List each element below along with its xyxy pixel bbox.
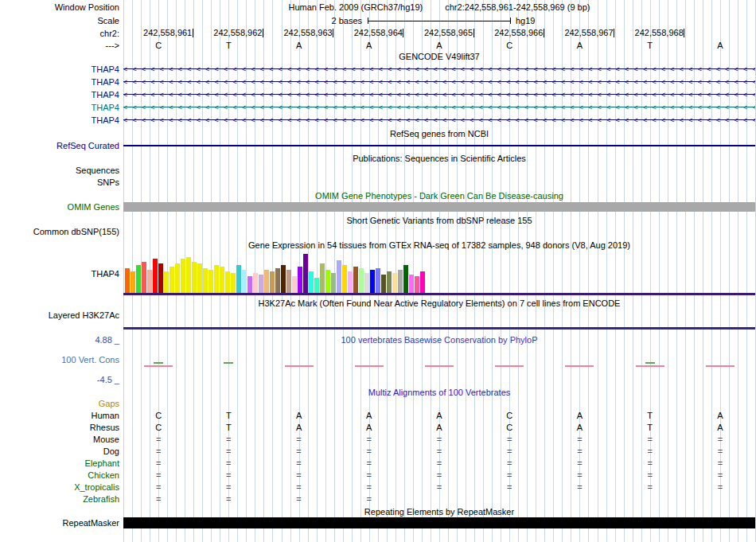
- vert-cons-label[interactable]: 100 Vert. Cons: [2, 354, 119, 365]
- gtex-tissue-bar[interactable]: [170, 267, 174, 294]
- gene-label[interactable]: THAP4: [2, 64, 119, 75]
- repeatmasker-element-bar[interactable]: [123, 517, 755, 528]
- gtex-tissue-bar[interactable]: [253, 273, 258, 294]
- gtex-expression-bars[interactable]: [123, 252, 755, 294]
- species-label[interactable]: X_tropicalis: [2, 482, 119, 493]
- layered-h3k27ac-label[interactable]: Layered H3K27Ac: [2, 310, 119, 321]
- alignment-row[interactable]: =========: [123, 482, 755, 493]
- species-label[interactable]: Elephant: [2, 458, 119, 469]
- repeatmasker-title[interactable]: Repeating Elements by RepeatMasker: [123, 506, 755, 517]
- gtex-tissue-bar[interactable]: [387, 271, 392, 294]
- gene-label[interactable]: THAP4: [2, 76, 119, 88]
- gtex-tissue-bar[interactable]: [342, 265, 347, 294]
- gtex-tissue-bar[interactable]: [415, 276, 419, 294]
- gtex-tissue-bar[interactable]: [231, 273, 236, 294]
- species-label[interactable]: Chicken: [2, 470, 119, 481]
- multiz-title[interactable]: Multiz Alignments of 100 Vertebrates: [123, 387, 755, 398]
- gtex-tissue-bar[interactable]: [292, 276, 297, 294]
- sequences-label[interactable]: Sequences: [2, 165, 119, 176]
- gene-model-row[interactable]: <<<<<<<<<<<<<<<<<<<<<<<<<<<<<<<<<<<<<<<<…: [123, 103, 755, 111]
- alignment-row[interactable]: ====: [123, 493, 755, 505]
- omim-title[interactable]: OMIM Gene Phenotypes - Dark Green Can Be…: [123, 190, 755, 201]
- gene-label[interactable]: THAP4: [2, 89, 119, 100]
- species-label[interactable]: Rhesus: [2, 422, 119, 433]
- gtex-tissue-bar[interactable]: [186, 257, 191, 294]
- gtex-tissue-bar[interactable]: [298, 267, 302, 294]
- alignment-row[interactable]: =========: [123, 434, 755, 445]
- gtex-tissue-bar[interactable]: [348, 271, 353, 294]
- gtex-tissue-bar[interactable]: [314, 278, 319, 294]
- gtex-tissue-bar[interactable]: [359, 268, 364, 294]
- gtex-tissue-bar[interactable]: [203, 268, 208, 294]
- gtex-tissue-bar[interactable]: [220, 267, 224, 294]
- refseq-curated-gene-bar[interactable]: [123, 145, 755, 146]
- gtex-tissue-bar[interactable]: [181, 259, 185, 294]
- gtex-tissue-bar[interactable]: [376, 268, 380, 294]
- h3k27ac-title[interactable]: H3K27Ac Mark (Often Found Near Active Re…: [123, 298, 755, 309]
- h3k27ac-signal-bar[interactable]: [123, 327, 755, 329]
- gene-model-row[interactable]: <<<<<<<<<<<<<<<<<<<<<<<<<<<<<<<<<<<<<<<<…: [123, 65, 755, 73]
- gtex-tissue-bar[interactable]: [370, 270, 375, 294]
- species-label[interactable]: Zebrafish: [2, 493, 119, 505]
- species-label[interactable]: Gaps: [2, 398, 119, 409]
- gtex-tissue-bar[interactable]: [286, 270, 291, 294]
- track-area[interactable]: Human Feb. 2009 (GRCh37/hg19) chr2:242,5…: [123, 0, 756, 542]
- dbsnp-title[interactable]: Short Genetic Variants from dbSNP releas…: [123, 215, 755, 226]
- gtex-tissue-bar[interactable]: [381, 275, 386, 294]
- alignment-row[interactable]: =========: [123, 458, 755, 469]
- species-label[interactable]: Human: [2, 410, 119, 421]
- refseq-title[interactable]: RefSeq genes from NCBI: [123, 128, 755, 139]
- gtex-tissue-bar[interactable]: [353, 267, 358, 294]
- gtex-tissue-bar[interactable]: [247, 276, 252, 294]
- gtex-tissue-bar[interactable]: [264, 270, 269, 294]
- gtex-tissue-bar[interactable]: [409, 275, 414, 294]
- gtex-tissue-bar[interactable]: [337, 260, 341, 294]
- gtex-tissue-bar[interactable]: [398, 270, 403, 294]
- gene-label[interactable]: THAP4: [2, 115, 119, 126]
- gtex-tissue-bar[interactable]: [392, 273, 397, 294]
- gene-model-row[interactable]: <<<<<<<<<<<<<<<<<<<<<<<<<<<<<<<<<<<<<<<<…: [123, 116, 755, 124]
- phylop-conservation-marks[interactable]: [123, 358, 755, 371]
- gtex-title[interactable]: Gene Expression in 54 tissues from GTEx …: [123, 240, 755, 251]
- snps-label[interactable]: SNPs: [2, 177, 119, 188]
- alignment-row[interactable]: =========: [123, 470, 755, 481]
- gtex-tissue-bar[interactable]: [325, 270, 330, 294]
- gtex-tissue-bar[interactable]: [142, 262, 146, 294]
- gtex-tissue-bar[interactable]: [197, 263, 202, 294]
- gtex-gene-label[interactable]: THAP4: [2, 268, 119, 279]
- gtex-tissue-bar[interactable]: [147, 270, 152, 294]
- gtex-tissue-bar[interactable]: [175, 263, 180, 294]
- alignment-row[interactable]: [123, 398, 755, 409]
- gtex-tissue-bar[interactable]: [125, 268, 130, 294]
- gtex-tissue-bar[interactable]: [309, 271, 314, 294]
- gtex-tissue-bar[interactable]: [331, 273, 336, 294]
- refseq-curated-label[interactable]: RefSeq Curated: [2, 140, 119, 151]
- gtex-tissue-bar[interactable]: [158, 263, 163, 294]
- repeatmasker-label[interactable]: RepeatMasker: [2, 517, 119, 528]
- gtex-tissue-bar[interactable]: [242, 270, 247, 294]
- gtex-tissue-bar[interactable]: [236, 265, 241, 294]
- gtex-tissue-bar[interactable]: [270, 271, 275, 294]
- alignment-row[interactable]: CTAAACATA: [123, 422, 755, 433]
- omim-genes-label[interactable]: OMIM Genes: [2, 201, 119, 213]
- species-label[interactable]: Mouse: [2, 434, 119, 445]
- gene-model-row[interactable]: <<<<<<<<<<<<<<<<<<<<<<<<<<<<<<<<<<<<<<<<…: [123, 78, 755, 86]
- gtex-tissue-bar[interactable]: [420, 271, 425, 294]
- gtex-tissue-bar[interactable]: [164, 271, 169, 294]
- gene-model-row[interactable]: <<<<<<<<<<<<<<<<<<<<<<<<<<<<<<<<<<<<<<<<…: [123, 91, 755, 99]
- gtex-tissue-bar[interactable]: [131, 271, 135, 294]
- gtex-tissue-bar[interactable]: [320, 263, 325, 294]
- gtex-tissue-bar[interactable]: [214, 265, 219, 294]
- alignment-row[interactable]: =========: [123, 446, 755, 457]
- gtex-tissue-bar[interactable]: [281, 265, 286, 294]
- gtex-tissue-bar[interactable]: [225, 271, 230, 294]
- gtex-tissue-bar[interactable]: [303, 254, 308, 294]
- gtex-tissue-bar[interactable]: [192, 262, 197, 294]
- gtex-tissue-bar[interactable]: [364, 273, 369, 294]
- phylop-title[interactable]: 100 vertebrates Basewise Conservation by…: [123, 334, 755, 345]
- gtex-tissue-bar[interactable]: [259, 275, 263, 294]
- alignment-row[interactable]: CTAAACATA: [123, 410, 755, 421]
- gtex-tissue-bar[interactable]: [208, 270, 213, 294]
- gene-label[interactable]: THAP4: [2, 102, 119, 113]
- gtex-tissue-bar[interactable]: [275, 268, 280, 294]
